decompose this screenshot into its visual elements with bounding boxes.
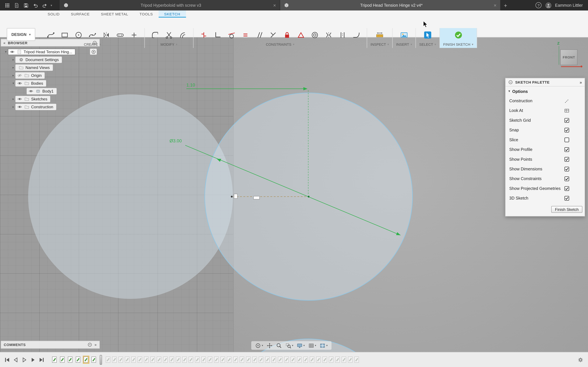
- ribbon-group-label[interactable]: INSPECT▾: [371, 42, 389, 46]
- timeline-feature-icon[interactable]: [137, 356, 143, 363]
- nav-tool-button[interactable]: ▾: [284, 342, 295, 349]
- browser-item-label[interactable]: Bodies: [31, 81, 43, 85]
- chevron-down-icon[interactable]: ▾: [303, 344, 305, 347]
- chevron-down-icon[interactable]: ▾: [292, 344, 293, 347]
- timeline-feature-icon[interactable]: [284, 356, 289, 363]
- browser-item-label[interactable]: Body1: [42, 89, 53, 93]
- visibility-eye-icon[interactable]: [17, 73, 23, 78]
- timeline-feature-icon[interactable]: [252, 356, 258, 363]
- timeline-feature-icon[interactable]: [207, 356, 213, 363]
- titlebar-icon[interactable]: [41, 2, 48, 8]
- option-control[interactable]: [564, 147, 570, 152]
- nav-tool-button[interactable]: ▾: [253, 342, 264, 349]
- timeline-feature-icon[interactable]: [277, 356, 283, 363]
- timeline-feature-icon[interactable]: [131, 356, 137, 363]
- timeline-feature-icon[interactable]: [233, 356, 238, 363]
- playback-button[interactable]: [30, 356, 36, 363]
- browser-row[interactable]: ▸ Origin: [1, 72, 100, 79]
- timeline-feature-icon[interactable]: [144, 356, 149, 363]
- visibility-eye-icon[interactable]: [17, 81, 23, 86]
- minimize-panel-icon[interactable]: [87, 342, 92, 347]
- browser-row[interactable]: ▾ Tripod Head Tension Hing...: [1, 48, 100, 56]
- timeline-feature-icon[interactable]: [316, 356, 321, 363]
- close-tab-icon[interactable]: ×: [494, 3, 496, 8]
- close-tab-icon[interactable]: ×: [273, 3, 276, 8]
- browser-row[interactable]: ▸ Named Views: [1, 64, 100, 71]
- workspace-switcher[interactable]: DESIGN ▾: [7, 28, 35, 41]
- visibility-eye-icon[interactable]: [17, 104, 23, 109]
- ribbon-tab[interactable]: SHEET METAL: [95, 10, 134, 17]
- timeline-feature-icon[interactable]: [175, 356, 181, 363]
- timeline-feature-icon[interactable]: [239, 356, 245, 363]
- section-expand-icon[interactable]: ▾: [509, 90, 510, 93]
- c-hv-tool-icon[interactable]: [211, 28, 225, 41]
- nav-tool-button[interactable]: [274, 342, 283, 349]
- finish-tool-icon[interactable]: [451, 28, 465, 41]
- offset-tool-icon[interactable]: [176, 28, 190, 41]
- spline-tool-icon[interactable]: [44, 28, 58, 41]
- timeline-feature-icon[interactable]: [214, 356, 219, 363]
- timeline-feature-icon[interactable]: [303, 356, 309, 363]
- playback-button[interactable]: [4, 356, 10, 363]
- titlebar-icon[interactable]: [23, 2, 29, 8]
- finish-sketch-button[interactable]: Finish Sketch: [551, 206, 582, 213]
- new-document-button[interactable]: +: [501, 2, 510, 8]
- playback-button[interactable]: [12, 356, 19, 363]
- option-control[interactable]: [564, 137, 570, 142]
- timeline-position-marker[interactable]: [100, 355, 102, 365]
- timeline-feature-icon[interactable]: [188, 356, 194, 363]
- ribbon-group-label[interactable]: CREATE▾: [84, 42, 101, 46]
- timeline-feature-icon[interactable]: [265, 356, 270, 363]
- timeline-feature-icon[interactable]: [150, 356, 156, 363]
- expand-arrow-icon[interactable]: ▸: [11, 105, 15, 108]
- nav-tool-button[interactable]: ▾: [295, 342, 306, 349]
- nav-tool-button[interactable]: ▾: [318, 342, 329, 349]
- visibility-eye-icon[interactable]: [28, 89, 34, 93]
- timeline-feature-icon[interactable]: [220, 356, 226, 363]
- point-tool-icon[interactable]: [127, 28, 141, 41]
- timeline-feature-icon[interactable]: [105, 356, 111, 363]
- minimize-panel-icon[interactable]: [508, 80, 513, 85]
- chevron-down-icon[interactable]: ▾: [326, 344, 328, 347]
- ribbon-tab[interactable]: SURFACE: [65, 10, 95, 17]
- browser-row[interactable]: ▸ Document Settings: [1, 56, 100, 63]
- palette-options-section[interactable]: ▾ Options: [505, 86, 585, 96]
- ribbon-group-label[interactable]: SELECT▾: [419, 42, 436, 46]
- playback-button[interactable]: [21, 356, 28, 363]
- ribbon-tab[interactable]: SKETCH: [158, 10, 186, 17]
- browser-row[interactable]: Body1: [1, 87, 100, 95]
- timeline-feature-icon[interactable]: [118, 356, 124, 363]
- browser-item-label[interactable]: Origin: [31, 73, 42, 77]
- timeline-feature-icon[interactable]: [169, 356, 175, 363]
- visibility-eye-icon[interactable]: [17, 97, 23, 101]
- option-control[interactable]: [564, 127, 570, 133]
- ribbon-group-label[interactable]: FINISH SKETCH▾: [443, 42, 473, 46]
- circle-center-tool-icon[interactable]: [72, 28, 86, 41]
- timeline-feature-icon[interactable]: [156, 356, 162, 363]
- timeline-feature-icon[interactable]: [201, 356, 207, 363]
- option-control[interactable]: [564, 176, 570, 181]
- ribbon-tab[interactable]: SOLID: [42, 10, 65, 17]
- view-cube-front-face[interactable]: FRONT: [560, 50, 578, 65]
- c-parallel-tool-icon[interactable]: [252, 28, 266, 41]
- browser-item-label[interactable]: Sketches: [31, 97, 47, 101]
- timeline-feature-icon[interactable]: [354, 356, 360, 363]
- titlebar-icon[interactable]: [32, 2, 39, 8]
- browser-item-label[interactable]: Named Views: [26, 65, 50, 70]
- option-control[interactable]: [564, 156, 570, 162]
- trim-tool-icon[interactable]: [162, 28, 176, 41]
- expand-arrow-icon[interactable]: ▸: [11, 97, 15, 100]
- ribbon-group-label[interactable]: MODIFY▾: [160, 42, 177, 46]
- c-symmetry-tool-icon[interactable]: [322, 28, 336, 41]
- ribbon-group-label[interactable]: CONSTRAINTS▾: [266, 42, 294, 46]
- document-tab[interactable]: Tripod Hyperboloid with screw v3 ×: [60, 0, 280, 10]
- timeline-feature-icon[interactable]: [335, 356, 340, 363]
- c-concentric-tool-icon[interactable]: [308, 28, 322, 41]
- c-fix-tool-icon[interactable]: [280, 28, 294, 41]
- option-control[interactable]: [564, 98, 570, 104]
- document-tab[interactable]: Tripod Head Tension Hinge v2 v4* ×: [280, 0, 501, 10]
- ribbon-group-label[interactable]: INSERT▾: [396, 42, 412, 46]
- option-control[interactable]: [564, 108, 570, 113]
- timeline-feature-icon[interactable]: [83, 356, 89, 363]
- c-curvature-tool-icon[interactable]: [349, 28, 363, 41]
